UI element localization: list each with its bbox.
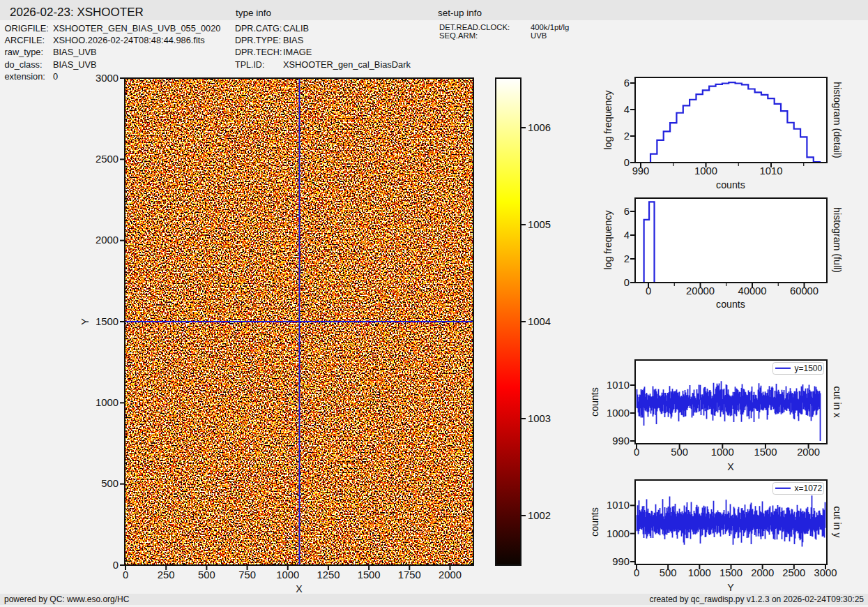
svg-text:1002: 1002: [528, 510, 551, 521]
svg-text:DET.READ.CLOCK:: DET.READ.CLOCK:: [439, 23, 510, 31]
svg-text:counts: counts: [589, 507, 600, 537]
svg-text:1500: 1500: [719, 567, 743, 578]
svg-text:4: 4: [624, 230, 630, 241]
svg-text:X: X: [727, 461, 734, 472]
svg-text:powered by QC: www.eso.org/HC: powered by QC: www.eso.org/HC: [4, 594, 130, 604]
svg-text:0: 0: [646, 285, 651, 297]
svg-text:0: 0: [53, 71, 58, 82]
svg-text:TPL.ID:: TPL.ID:: [235, 60, 264, 70]
svg-text:2000: 2000: [439, 569, 462, 580]
svg-text:0: 0: [624, 157, 630, 168]
svg-text:SEQ.ARM:: SEQ.ARM:: [439, 31, 478, 40]
svg-text:0: 0: [113, 560, 119, 571]
svg-text:raw_type:: raw_type:: [5, 47, 43, 57]
svg-text:Y: Y: [727, 582, 734, 593]
svg-text:750: 750: [238, 569, 256, 580]
svg-text:XSHOOTER_gen_cal_BiasDark: XSHOOTER_gen_cal_BiasDark: [283, 59, 411, 70]
svg-text:DPR.TYPE:: DPR.TYPE:: [235, 36, 281, 45]
svg-text:2026-02-23: XSHOOTER: 2026-02-23: XSHOOTER: [10, 6, 144, 19]
svg-text:do_class:: do_class:: [5, 59, 43, 70]
svg-text:500: 500: [660, 567, 677, 578]
svg-text:log frequency: log frequency: [602, 210, 614, 270]
svg-text:500: 500: [101, 478, 119, 489]
svg-text:1006: 1006: [528, 122, 551, 133]
svg-text:2500: 2500: [782, 567, 805, 578]
svg-text:set-up info: set-up info: [438, 8, 482, 18]
svg-text:990: 990: [612, 435, 630, 447]
svg-text:IMAGE: IMAGE: [283, 47, 312, 57]
svg-text:1500: 1500: [358, 569, 381, 580]
svg-text:2000: 2000: [797, 447, 820, 458]
svg-text:2: 2: [624, 130, 630, 142]
svg-text:1500: 1500: [754, 447, 777, 458]
svg-text:Y: Y: [79, 318, 91, 325]
svg-text:2000: 2000: [751, 567, 774, 578]
svg-text:XSHOOTER_GEN_BIAS_UVB_055_0020: XSHOOTER_GEN_BIAS_UVB_055_0020: [53, 23, 220, 33]
svg-text:1500: 1500: [96, 316, 119, 327]
svg-text:2: 2: [624, 253, 630, 264]
svg-text:BIAS_UVB: BIAS_UVB: [53, 47, 97, 57]
svg-text:1000: 1000: [607, 528, 630, 539]
svg-text:1000: 1000: [711, 447, 734, 458]
svg-text:histogram (full): histogram (full): [832, 207, 843, 273]
svg-text:CALIB: CALIB: [283, 23, 309, 33]
svg-text:X: X: [296, 583, 303, 594]
svg-text:ARCFILE:: ARCFILE:: [5, 35, 45, 45]
svg-text:DPR.TECH:: DPR.TECH:: [235, 47, 282, 57]
svg-text:DPR.CATG:: DPR.CATG:: [235, 24, 282, 33]
svg-text:1750: 1750: [398, 569, 421, 580]
svg-text:0: 0: [634, 567, 639, 578]
svg-text:990: 990: [632, 165, 650, 177]
svg-text:created by qc_rawdisp.py v1.2.: created by qc_rawdisp.py v1.2.3 on 2026-…: [649, 594, 864, 604]
svg-text:0: 0: [123, 569, 128, 580]
svg-text:1004: 1004: [528, 316, 551, 327]
svg-text:cut in y: cut in y: [832, 507, 843, 539]
svg-text:XSHOO.2026-02-24T08:48:44.986.: XSHOO.2026-02-24T08:48:44.986.fits: [53, 35, 205, 45]
svg-text:990: 990: [612, 556, 630, 567]
svg-text:counts: counts: [589, 387, 600, 417]
svg-text:2000: 2000: [96, 234, 119, 246]
svg-text:40000: 40000: [738, 285, 766, 297]
svg-text:500: 500: [671, 447, 688, 458]
svg-text:counts: counts: [716, 299, 745, 310]
svg-text:3000: 3000: [96, 73, 119, 84]
svg-text:histogram (detail): histogram (detail): [832, 82, 843, 158]
svg-text:60000: 60000: [790, 285, 818, 297]
svg-text:0: 0: [624, 277, 630, 288]
svg-text:3000: 3000: [814, 567, 837, 578]
svg-text:log frequency: log frequency: [602, 90, 614, 150]
svg-text:1003: 1003: [528, 413, 551, 424]
svg-text:y=1500: y=1500: [795, 364, 823, 373]
svg-text:500: 500: [198, 569, 215, 580]
svg-text:1000: 1000: [607, 407, 630, 419]
svg-text:400k/1pt/lg: 400k/1pt/lg: [531, 23, 569, 31]
svg-text:250: 250: [158, 569, 175, 580]
svg-text:UVB: UVB: [531, 31, 547, 40]
svg-text:1250: 1250: [317, 569, 340, 580]
svg-text:0: 0: [634, 447, 639, 458]
svg-text:type info: type info: [236, 8, 271, 18]
svg-text:6: 6: [624, 77, 630, 89]
svg-text:20000: 20000: [686, 285, 715, 297]
svg-text:1005: 1005: [528, 219, 551, 230]
svg-text:ORIGFILE:: ORIGFILE:: [5, 23, 49, 33]
svg-text:1010: 1010: [760, 165, 783, 177]
svg-text:2500: 2500: [96, 153, 119, 165]
svg-text:BIAS: BIAS: [283, 35, 303, 45]
svg-text:1000: 1000: [276, 569, 299, 580]
svg-text:1010: 1010: [607, 380, 630, 391]
svg-text:extension:: extension:: [5, 71, 45, 82]
svg-text:counts: counts: [716, 179, 745, 190]
svg-text:6: 6: [624, 206, 630, 217]
svg-text:x=1072: x=1072: [795, 484, 823, 493]
svg-text:1010: 1010: [607, 500, 630, 511]
svg-text:1000: 1000: [96, 397, 119, 408]
svg-text:cut in x: cut in x: [832, 387, 843, 418]
svg-text:BIAS_UVB: BIAS_UVB: [53, 59, 97, 70]
svg-text:1000: 1000: [688, 567, 711, 578]
svg-text:1000: 1000: [694, 165, 717, 177]
svg-text:4: 4: [624, 104, 630, 115]
